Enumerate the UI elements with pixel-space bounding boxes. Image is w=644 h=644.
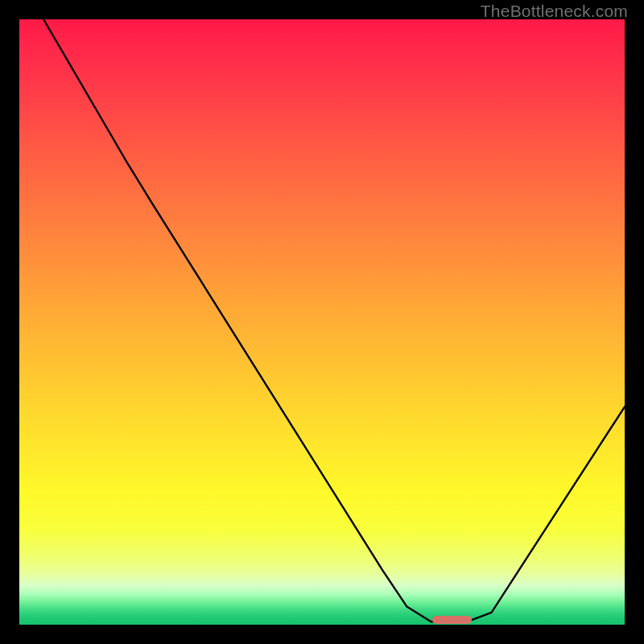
watermark-text: TheBottleneck.com [481, 2, 628, 21]
optimal-marker [432, 616, 472, 625]
chart-frame [19, 19, 625, 625]
chart-gradient-background [19, 19, 625, 625]
